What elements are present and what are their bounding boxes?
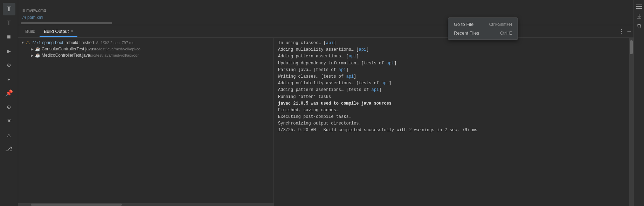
log-link-5[interactable]: api [339, 68, 346, 72]
svg-rect-0 [636, 5, 642, 5]
horizontal-scrollbar[interactable] [21, 22, 112, 24]
build-log[interactable]: In using classes… [api] Adding nullabili… [274, 38, 629, 206]
log-line-2: Adding nullability assertions… [api] [278, 47, 625, 53]
build-tree: ▼ ⚠ 2771-spring-boot: rebuild finished A… [18, 38, 274, 206]
log-line-12: Executing post-compile tasks… [278, 114, 625, 120]
svg-rect-1 [636, 6, 642, 7]
file-item-pom[interactable]: m pom.xml [21, 14, 44, 21]
log-link-2[interactable]: api [359, 47, 366, 52]
m-file-icon: m [22, 15, 26, 20]
log-line-4: Updating dependency information… [tests … [278, 60, 625, 67]
build-action: rebuild finished [65, 40, 94, 45]
file-item-mvnw[interactable]: ≡ mvnw.cmd [21, 7, 48, 14]
medico-file-path: src/test/java/med/voll/api/cor [90, 53, 139, 57]
log-line-5: Parsing java… [tests of api] [278, 67, 625, 73]
eye-icon: 👁 [7, 118, 12, 124]
right-panel [633, 0, 644, 206]
log-line-3: Adding pattern assertions… [api] [278, 53, 625, 60]
sidebar-icon-alert[interactable]: ⊙ [3, 101, 15, 113]
tab-build[interactable]: Build [21, 27, 40, 37]
list-file-icon: ≡ [22, 8, 25, 13]
file-name-pom: pom.xml [27, 15, 43, 20]
consulta-file-path: src/test/java/med/voll/api/co [93, 47, 140, 51]
minimize-icon[interactable]: — [627, 28, 631, 35]
tab-build-label: Build [25, 29, 35, 34]
sidebar-icon-eye[interactable]: 👁 [3, 115, 15, 127]
t-small-icon: T [7, 20, 11, 27]
sidebar-icon-stop[interactable]: ■ [3, 31, 15, 43]
log-link-4[interactable]: api [387, 61, 394, 66]
right-panel-download-icon[interactable] [635, 13, 643, 20]
build-tree-item-medico[interactable]: ▶ ☕ MedicoControllerTest.java src/test/j… [18, 52, 273, 58]
build-tree-item-main[interactable]: ▼ ⚠ 2771-spring-boot: rebuild finished A… [18, 39, 273, 46]
file-tab-row-2: m pom.xml [21, 14, 631, 21]
log-line-9: Running 'after' tasks [278, 94, 625, 100]
main-content: ≡ mvnw.cmd m pom.xml Build Build Output … [18, 0, 633, 206]
warning-icon: ⚠ [7, 131, 11, 139]
alert-circle-icon: ⊙ [7, 103, 11, 111]
consulta-file-name: ConsultaControllerTest.java [42, 47, 93, 51]
log-line-10: javac 21.0.5 was used to compile java so… [278, 100, 625, 107]
sidebar: 𝕋 T ■ ▶ ⚙ ▸ 📌 ⊙ 👁 ⚠ ⎇ [0, 0, 18, 206]
git-icon: ⎇ [5, 145, 13, 153]
build-timestamp: At 1/3/2 2 sec, 797 ms [96, 41, 134, 45]
file-name-mvnw: mvnw.cmd [26, 8, 46, 13]
expand-arrow-child1: ▶ [31, 47, 34, 51]
t-icon: 𝕋 [7, 5, 11, 13]
build-item-label: 2771-spring-boot: rebuild finished [32, 40, 94, 45]
scroll-indicator [630, 40, 633, 54]
log-line-7: Adding nullability assertions… [tests of… [278, 80, 625, 87]
tab-close-button[interactable]: × [71, 29, 73, 33]
log-link-6[interactable]: api [346, 74, 354, 79]
log-line-8: Adding pattern assertions… [tests of api… [278, 87, 625, 93]
terminal-icon: ▸ [7, 75, 11, 83]
tree-scrollbar-thumb [31, 204, 122, 206]
java-file-icon-2: ☕ [35, 53, 40, 58]
tabs-row: Build Build Output × ⋮ — [18, 25, 633, 38]
log-line-13: Synchronizing output directories… [278, 120, 625, 127]
tree-bottom-scrollbar[interactable] [18, 203, 273, 206]
build-tree-item-consulta[interactable]: ▶ ☕ ConsultaControllerTest.java src/test… [18, 46, 273, 52]
tabs-actions: ⋮ — [619, 28, 631, 35]
right-panel-list-icon[interactable] [635, 3, 643, 10]
sidebar-icon-git[interactable]: ⎇ [3, 143, 15, 155]
warning-build-icon: ⚠ [26, 40, 30, 45]
build-panel: Build Build Output × ⋮ — ▼ ⚠ [18, 25, 633, 206]
right-panel-trash-icon[interactable] [635, 22, 643, 30]
expand-arrow-child2: ▶ [31, 54, 34, 57]
log-link-8[interactable]: api [371, 87, 379, 92]
sidebar-icon-gear[interactable]: ⚙ [3, 59, 15, 71]
stop-icon: ■ [7, 34, 11, 41]
medico-file-name: MedicoControllerTest.java [42, 53, 90, 58]
sidebar-icon-terminal[interactable]: ▸ [3, 73, 15, 85]
file-tabs-area: ≡ mvnw.cmd m pom.xml [18, 0, 633, 25]
sidebar-icon-warning[interactable]: ⚠ [3, 129, 15, 141]
sidebar-icon-t[interactable]: 𝕋 [3, 3, 15, 15]
build-content: ▼ ⚠ 2771-spring-boot: rebuild finished A… [18, 38, 633, 206]
log-line-14: 1/3/25, 9:20 AM - Build completed succes… [278, 127, 625, 134]
log-line-6: Writing classes… [tests of api] [278, 73, 625, 80]
log-link-3[interactable]: api [349, 54, 356, 59]
pin-icon: 📌 [5, 89, 13, 97]
gear-icon: ⚙ [7, 61, 11, 69]
sidebar-icon-pin[interactable]: 📌 [3, 87, 15, 99]
expand-arrow: ▼ [21, 41, 25, 44]
project-name: 2771-spring-boot: [32, 40, 64, 45]
build-tree-inner[interactable]: ▼ ⚠ 2771-spring-boot: rebuild finished A… [18, 38, 273, 203]
sidebar-icon-t-small[interactable]: T [3, 17, 15, 29]
right-scrollbar[interactable] [629, 38, 633, 206]
tab-build-output[interactable]: Build Output × [40, 27, 77, 37]
log-line-1: In using classes… [api] [278, 40, 625, 47]
more-options-icon[interactable]: ⋮ [619, 28, 624, 35]
play-icon: ▶ [7, 47, 11, 55]
sidebar-icon-play[interactable]: ▶ [3, 45, 15, 57]
file-tab-row: ≡ mvnw.cmd [21, 7, 631, 14]
tab-build-output-label: Build Output [44, 29, 69, 34]
java-file-icon-1: ☕ [35, 47, 40, 51]
log-link-1[interactable]: api [326, 41, 334, 45]
log-line-11: Finished, saving caches… [278, 107, 625, 114]
svg-rect-2 [636, 8, 642, 9]
log-link-7[interactable]: api [381, 81, 389, 86]
